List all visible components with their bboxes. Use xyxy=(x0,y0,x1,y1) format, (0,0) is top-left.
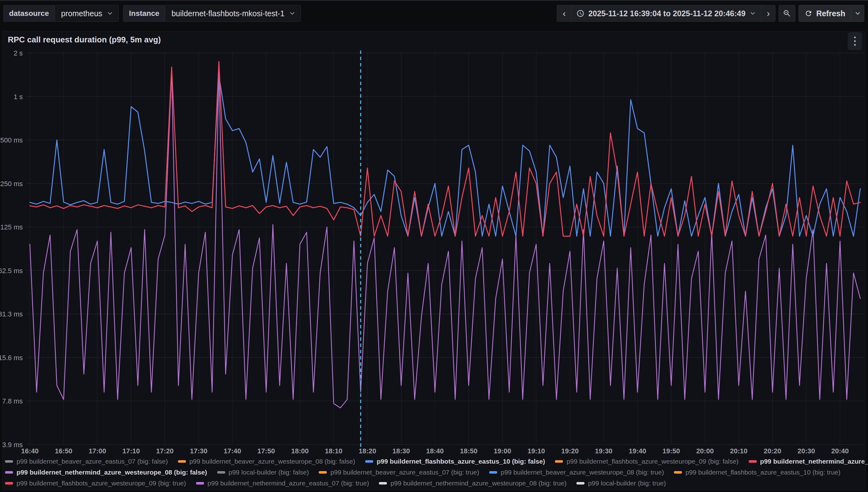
y-tick-label: 250 ms xyxy=(0,180,23,188)
legend-row: p99 buildernet_beaver_azure_eastus_07 (b… xyxy=(5,456,866,467)
y-tick-label: 31.3 ms xyxy=(0,310,23,318)
legend-item[interactable]: p99 buildernet_flashbots_azure_eastus_10… xyxy=(674,469,840,476)
legend-item[interactable]: p99 buildernet_nethermind_azure_westeuro… xyxy=(5,469,207,476)
x-tick-label: 18:00 xyxy=(291,447,309,455)
x-tick-label: 18:10 xyxy=(325,447,342,455)
x-tick-label: 19:50 xyxy=(662,447,680,455)
y-tick-label: 500 ms xyxy=(0,136,23,144)
series-line xyxy=(30,62,860,236)
legend-label: p99 buildernet_nethermind_azure_eastus_0… xyxy=(208,479,369,487)
legend-swatch xyxy=(5,471,13,474)
x-tick-label: 18:20 xyxy=(359,447,376,455)
y-tick-label: 62.5 ms xyxy=(0,267,23,275)
legend-label: p99 buildernet_beaver_azure_westeurope_0… xyxy=(189,458,355,465)
x-tick-label: 18:50 xyxy=(460,447,477,455)
y-tick-label: 125 ms xyxy=(0,223,23,231)
legend-swatch xyxy=(555,460,563,463)
legend-item[interactable]: p99 buildernet_nethermind_azure_eastus_0… xyxy=(749,458,868,465)
legend-label: p99 buildernet_flashbots_azure_eastus_10… xyxy=(685,469,840,476)
x-tick-label: 17:20 xyxy=(156,447,174,455)
x-tick-label: 16:50 xyxy=(55,447,72,455)
legend-label: p99 buildernet_nethermind_azure_westeuro… xyxy=(17,469,207,476)
series-line xyxy=(30,69,860,408)
y-tick-label: 1 s xyxy=(14,93,23,101)
legend-label: p99 buildernet_flashbots_azure_westeurop… xyxy=(567,458,738,465)
legend-swatch xyxy=(319,471,327,474)
legend-item[interactable]: p99 buildernet_beaver_azure_westeurope_0… xyxy=(178,458,355,465)
legend-swatch xyxy=(217,471,225,474)
legend-row: p99 buildernet_flashbots_azure_westeurop… xyxy=(5,478,866,489)
y-tick-label: 2 s xyxy=(14,49,23,57)
legend-item[interactable]: p99 buildernet_flashbots_azure_westeurop… xyxy=(555,458,738,465)
legend-label: p99 buildernet_beaver_azure_eastus_07 (b… xyxy=(17,458,168,465)
x-tick-label: 17:00 xyxy=(88,447,106,455)
x-tick-label: 18:40 xyxy=(426,447,444,455)
legend-swatch xyxy=(178,460,186,463)
x-tick-label: 17:10 xyxy=(123,447,140,455)
x-tick-label: 17:50 xyxy=(257,447,275,455)
x-tick-label: 19:10 xyxy=(527,447,545,455)
legend-item[interactable]: p99 buildernet_flashbots_azure_eastus_10… xyxy=(365,458,545,465)
legend-item[interactable]: p99 buildernet_nethermind_azure_westeuro… xyxy=(379,479,567,487)
x-tick-label: 20:20 xyxy=(764,447,781,455)
legend-swatch xyxy=(5,482,13,485)
x-tick-label: 16:40 xyxy=(21,447,38,455)
x-tick-label: 17:30 xyxy=(190,447,207,455)
y-tick-label: 15.6 ms xyxy=(0,354,23,362)
x-tick-label: 20:40 xyxy=(831,447,849,455)
legend-item[interactable]: p99 local-builder (big: true) xyxy=(576,479,666,487)
legend-swatch xyxy=(196,482,204,485)
x-tick-label: 19:00 xyxy=(494,447,511,455)
x-tick-label: 19:30 xyxy=(595,447,612,455)
legend-swatch xyxy=(379,482,387,485)
legend-label: p99 buildernet_flashbots_azure_eastus_10… xyxy=(377,458,545,465)
x-tick-label: 18:30 xyxy=(393,447,410,455)
legend-label: p99 local-builder (big: true) xyxy=(588,479,666,487)
y-tick-label: 3.9 ms xyxy=(2,441,23,449)
x-tick-label: 17:40 xyxy=(224,447,241,455)
chart-canvas[interactable]: 16:4016:5017:0017:1017:2017:3017:4017:50… xyxy=(0,0,868,492)
legend-swatch xyxy=(489,471,497,474)
y-tick-label: 7.8 ms xyxy=(2,397,23,405)
legend-item[interactable]: p99 buildernet_beaver_azure_eastus_07 (b… xyxy=(319,469,479,476)
legend-swatch xyxy=(749,460,757,463)
legend-label: p99 buildernet_nethermind_azure_westeuro… xyxy=(390,479,567,487)
legend-label: p99 buildernet_beaver_azure_westeurope_0… xyxy=(501,469,664,476)
legend-swatch xyxy=(5,460,13,463)
timeseries-chart: 16:4016:5017:0017:1017:2017:3017:4017:50… xyxy=(0,0,868,492)
legend-label: p99 buildernet_nethermind_azure_eastus_0… xyxy=(760,458,868,465)
legend-label: p99 buildernet_beaver_azure_eastus_07 (b… xyxy=(330,469,479,476)
legend-swatch xyxy=(674,471,682,474)
legend-row: p99 buildernet_nethermind_azure_westeuro… xyxy=(5,467,866,478)
legend-item[interactable]: p99 buildernet_beaver_azure_westeurope_0… xyxy=(489,469,664,476)
legend: p99 buildernet_beaver_azure_eastus_07 (b… xyxy=(5,456,866,489)
x-tick-label: 19:40 xyxy=(629,447,646,455)
legend-item[interactable]: p99 buildernet_flashbots_azure_westeurop… xyxy=(5,479,186,487)
legend-item[interactable]: p99 buildernet_beaver_azure_eastus_07 (b… xyxy=(5,458,168,465)
legend-label: p99 buildernet_flashbots_azure_westeurop… xyxy=(17,479,186,487)
x-tick-label: 19:20 xyxy=(561,447,579,455)
legend-item[interactable]: p99 buildernet_nethermind_azure_eastus_0… xyxy=(196,479,369,487)
series-line xyxy=(30,75,860,236)
grafana-dashboard: datasource prometheus Instance builderne… xyxy=(0,0,868,492)
x-tick-label: 20:30 xyxy=(797,447,815,455)
x-tick-label: 20:10 xyxy=(730,447,747,455)
legend-swatch xyxy=(576,482,584,485)
legend-swatch xyxy=(365,460,373,463)
x-tick-label: 20:00 xyxy=(696,447,714,455)
legend-item[interactable]: p99 local-builder (big: false) xyxy=(217,469,309,476)
legend-label: p99 local-builder (big: false) xyxy=(229,469,309,476)
